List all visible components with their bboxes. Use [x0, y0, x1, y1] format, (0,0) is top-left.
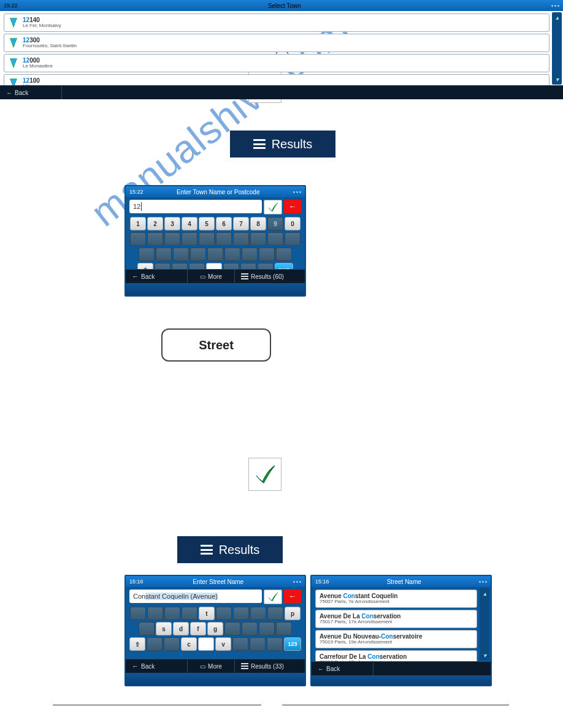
results-button-2[interactable]: Results	[177, 536, 283, 563]
space-key[interactable]	[198, 637, 214, 651]
pin-icon	[8, 58, 19, 69]
confirm-button[interactable]	[264, 200, 282, 214]
key-5[interactable]: 5	[199, 217, 215, 230]
key-1[interactable]: 1	[130, 217, 146, 230]
panel-header: 15:16 Street Name	[312, 576, 491, 587]
key-8[interactable]: 8	[250, 217, 266, 230]
key-d[interactable]: d	[173, 622, 189, 635]
footer-rule-right	[282, 705, 509, 705]
signal-dots	[293, 581, 301, 583]
clock: 15:22	[4, 2, 18, 9]
key-4[interactable]: 4	[182, 217, 197, 230]
panel-header: 15:22 Enter Town Name or Postcode	[126, 186, 305, 197]
signal-dots	[293, 191, 301, 193]
results-button-1[interactable]: Results	[230, 131, 335, 157]
list-item[interactable]: Avenue Du Nouveau-Conservatoire75019 Par…	[315, 630, 477, 648]
clock: 15:16	[315, 578, 329, 585]
key-3[interactable]: 3	[164, 217, 180, 230]
list-item[interactable]: Avenue De La Conservation75017 Paris, 17…	[315, 610, 477, 628]
footer-rule-left	[53, 705, 261, 705]
list-item[interactable]: 12000Le Monastère	[4, 54, 550, 72]
screenshot-town-list: 15:22 Select Town ▴▾ 12140Le Fel; Montsa…	[0, 0, 563, 99]
key-7[interactable]: 7	[233, 217, 249, 230]
key-0[interactable]: 0	[285, 217, 301, 230]
signal-dots	[551, 5, 559, 7]
list-item[interactable]: 12140Le Fel; Montsalvy	[4, 13, 550, 32]
key-c[interactable]: c	[181, 637, 197, 651]
list-item[interactable]: 12300Fournoulès; Saint-Santin	[4, 34, 550, 52]
results-label: Results	[219, 543, 260, 557]
back-button[interactable]: ←Back	[126, 270, 188, 283]
clock: 15:16	[129, 578, 144, 585]
panel-title: Enter Town Name or Postcode	[147, 189, 289, 195]
key-2[interactable]: 2	[147, 217, 163, 230]
confirm-icon-2	[248, 458, 282, 491]
list-icon	[201, 545, 213, 555]
list-item[interactable]: Avenue Constant Coquelin75007 Paris, 7e …	[315, 590, 477, 608]
key-s[interactable]: s	[156, 622, 172, 635]
key-6[interactable]: 6	[216, 217, 232, 230]
panel-title: Enter Street Name	[147, 578, 289, 585]
back-button[interactable]: ←Back	[0, 86, 62, 99]
key-9[interactable]: 9	[267, 217, 283, 230]
pin-icon	[8, 17, 19, 28]
screenshot-street-list: 15:16 Street Name ▴▾ Avenue Constant Coq…	[310, 575, 492, 686]
street-input[interactable]: Constant Coquelin (Avenue)	[129, 590, 262, 603]
street-button[interactable]: Street	[161, 328, 271, 362]
key-g[interactable]: g	[207, 622, 223, 635]
key-t[interactable]: t	[199, 607, 215, 620]
key-v[interactable]: v	[215, 637, 231, 651]
panel-title: Street Name	[333, 578, 475, 585]
backspace-button[interactable]: ←	[284, 590, 301, 603]
key-f[interactable]: f	[190, 622, 206, 635]
backspace-button[interactable]: ←	[284, 200, 301, 213]
shift-key[interactable]: ⇧	[129, 637, 145, 651]
num-key[interactable]: 123	[284, 637, 301, 651]
list-icon	[253, 139, 266, 149]
back-button[interactable]: ←Back	[126, 659, 188, 673]
key-dim[interactable]	[130, 232, 146, 246]
screenshot-street-keyboard: 15:16 Enter Street Name Constant Coqueli…	[124, 575, 306, 686]
screenshot-town-keyboard: 15:22 Enter Town Name or Postcode 12 ← 1…	[124, 185, 306, 297]
results-label: Results	[272, 137, 313, 151]
panel-header: 15:16 Enter Street Name	[126, 576, 305, 587]
clock: 15:22	[129, 189, 144, 195]
document-page: manualshive.com Results 15:22 Enter Town…	[0, 0, 563, 728]
pin-icon	[8, 37, 19, 48]
signal-dots	[479, 581, 487, 583]
more-button[interactable]: ▭More	[188, 659, 235, 673]
panel-header: 15:22 Select Town	[0, 0, 563, 11]
scrollbar[interactable]: ▴▾	[480, 588, 489, 661]
results-footer-button[interactable]: Results (60)	[235, 270, 305, 283]
key-p[interactable]: p	[285, 607, 301, 620]
confirm-button[interactable]	[264, 590, 282, 604]
scrollbar[interactable]: ▴▾	[552, 12, 562, 85]
results-footer-button[interactable]: Results (33)	[235, 659, 305, 673]
town-input[interactable]: 12	[129, 200, 262, 213]
more-button[interactable]: ▭More	[188, 270, 235, 283]
panel-title: Select Town	[21, 2, 548, 9]
back-button[interactable]: ←Back	[312, 662, 373, 675]
